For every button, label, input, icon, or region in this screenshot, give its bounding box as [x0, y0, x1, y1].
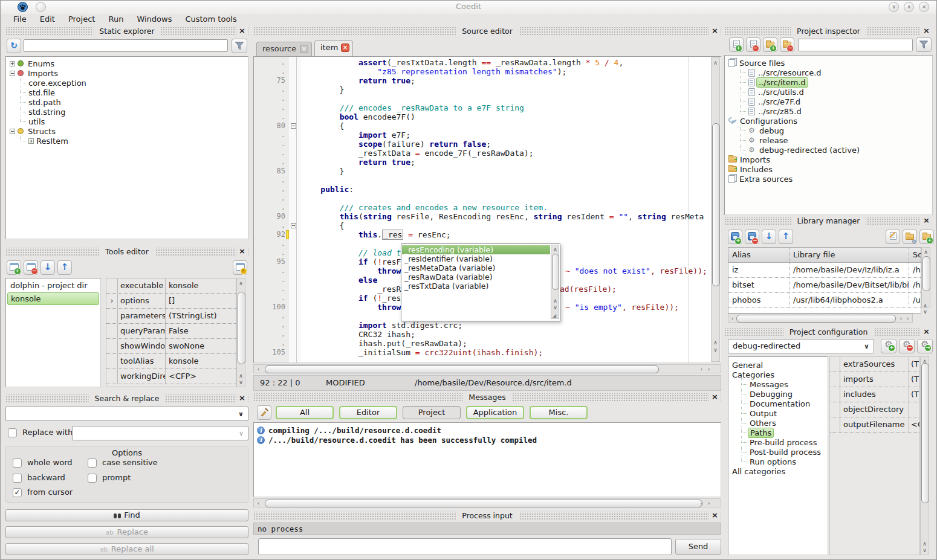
menu-edit[interactable]: Edit: [33, 14, 62, 26]
editor-vscrollbar[interactable]: ∧ ∧∨: [711, 57, 720, 362]
code-line[interactable]: . assert(_resTxtData.length == _resRawDa…: [254, 58, 710, 67]
static-tree-item[interactable]: +ResItem: [8, 136, 248, 146]
search-replace-header[interactable]: Search & replace ×: [5, 394, 248, 404]
column-header[interactable]: Sources: [909, 248, 921, 262]
code-line[interactable]: . return true;: [254, 158, 710, 167]
code-line[interactable]: 85 }: [254, 167, 710, 176]
config-property-row[interactable]: objectDirectory: [830, 402, 919, 417]
config-property-row[interactable]: extraSources(T: [830, 357, 919, 372]
messages-hscrollbar[interactable]: ‹ ‹›: [253, 498, 721, 507]
property-value[interactable]: (TStringList): [165, 309, 236, 323]
messages-filter-misc[interactable]: Misc.: [530, 406, 588, 419]
project-remove-folder-button[interactable]: −: [780, 37, 794, 52]
library-row[interactable]: phobos/usr/lib64/libphobos2.a/us: [728, 293, 921, 308]
library-from-project-button[interactable]: ⚙: [903, 230, 917, 244]
code-line[interactable]: 105 _initialSum = crc322uint(ihash.finis…: [254, 348, 710, 357]
completion-item[interactable]: _resIdentifier (variable): [402, 254, 550, 263]
project-tree-item[interactable]: ../src/resource.d: [727, 68, 932, 77]
property-value[interactable]: konsole: [165, 278, 236, 293]
tab-close-icon[interactable]: ×: [300, 45, 308, 53]
tree-expand-icon[interactable]: +: [28, 138, 34, 144]
library-hscrollbar[interactable]: ‹ ‹›: [728, 314, 913, 323]
static-tree-item[interactable]: −Imports: [8, 68, 248, 78]
option-checkbox-backward[interactable]: [13, 474, 22, 483]
tree-expand-icon[interactable]: +: [10, 61, 15, 66]
config-property-row[interactable]: outputFilename<C: [830, 417, 919, 433]
completion-item[interactable]: _resEncoding (variable): [402, 245, 550, 254]
property-value[interactable]: (T: [909, 387, 919, 402]
property-value[interactable]: (T: [909, 357, 919, 372]
source-editor-close-icon[interactable]: ×: [709, 26, 721, 35]
property-value[interactable]: (T: [909, 372, 919, 387]
messages-close-icon[interactable]: ×: [709, 392, 721, 401]
project-tree-item[interactable]: Includes: [727, 164, 932, 174]
completion-popup[interactable]: _resEncoding (variable)_resIdentifier (v…: [401, 243, 560, 321]
messages-filter-editor[interactable]: Editor: [339, 406, 397, 419]
process-input-field[interactable]: [258, 538, 672, 555]
config-tree-item[interactable]: All categories: [731, 466, 828, 476]
tab-close-icon[interactable]: ×: [341, 43, 349, 52]
project-configuration-close-icon[interactable]: ×: [921, 327, 932, 336]
config-add-button[interactable]: ⚙+: [881, 339, 896, 353]
code-line[interactable]: . CRC32 ihash;: [254, 330, 710, 339]
project-tree-item[interactable]: Imports: [727, 155, 932, 164]
project-tree-item[interactable]: ../src/utils.d: [727, 87, 932, 97]
messages-filter-application[interactable]: Application: [466, 406, 524, 419]
project-tree-item[interactable]: ⚙release: [727, 135, 932, 145]
replace-with-combo[interactable]: ∨: [72, 426, 248, 440]
library-move-down-button[interactable]: ↓: [762, 230, 776, 244]
project-tree-item[interactable]: Extra sources: [727, 174, 932, 184]
message-row[interactable]: i/.../build/resource.d.coedit has been s…: [257, 435, 721, 445]
menu-project[interactable]: Project: [62, 14, 102, 26]
menu-windows[interactable]: Windows: [130, 14, 178, 26]
tool-move-down-button[interactable]: ↓: [41, 260, 55, 275]
project-tree-item[interactable]: ../src/z85.d: [727, 106, 932, 116]
messages-filter-all[interactable]: All: [276, 406, 334, 419]
static-tree-item[interactable]: utils: [8, 117, 248, 126]
code-line[interactable]: . _resTxtData = encode_7F(_resRawData);: [254, 149, 710, 158]
code-line[interactable]: . "z85 representation length mismatches"…: [254, 67, 710, 76]
property-value[interactable]: konsole: [165, 354, 236, 369]
replace-button[interactable]: abReplace: [5, 526, 248, 538]
menu-file[interactable]: File: [7, 14, 33, 26]
code-line[interactable]: 90 this(string resFile, ResEncoding resE…: [254, 212, 710, 221]
tab-item[interactable]: item×: [314, 40, 353, 56]
code-line[interactable]: .: [254, 176, 710, 185]
property-value[interactable]: <CFP>: [165, 369, 236, 384]
project-inspector-filter-input[interactable]: [798, 39, 913, 51]
project-inspector-filter-button[interactable]: [916, 37, 932, 52]
library-manager-close-icon[interactable]: ×: [921, 216, 932, 225]
search-replace-close-icon[interactable]: ×: [236, 393, 248, 402]
project-tree-item[interactable]: ../src/item.d: [727, 77, 932, 87]
tool-property-row[interactable]: queryParametersFalse: [106, 324, 236, 339]
property-value[interactable]: [909, 402, 919, 417]
fold-collapse-icon[interactable]: [291, 123, 296, 129]
code-line[interactable]: . import e7F;: [254, 130, 710, 140]
configuration-select[interactable]: debug-redirected∨: [728, 339, 874, 353]
static-tree-item[interactable]: core.exception: [8, 78, 248, 88]
code-line[interactable]: 80 {: [254, 121, 710, 130]
config-tree-item[interactable]: Run options: [731, 457, 828, 466]
code-line[interactable]: . public:: [254, 185, 710, 194]
completion-item[interactable]: _resRawData (variable): [402, 272, 550, 282]
library-row[interactable]: iz/home/basile/Dev/Iz/lib/iz.a/ho: [728, 263, 921, 278]
find-button[interactable]: Find: [5, 509, 248, 521]
tool-list-item[interactable]: dolphin - project dir: [7, 280, 99, 292]
tools-editor-close-icon[interactable]: ×: [236, 246, 248, 256]
static-explorer-header[interactable]: Static explorer ×: [5, 27, 248, 36]
tool-move-up-button[interactable]: ↑: [57, 260, 72, 275]
project-remove-file-button[interactable]: −: [746, 37, 760, 52]
tool-property-row[interactable]: workingDirectory<CFP>: [106, 369, 236, 384]
project-tree-item[interactable]: ../src/e7F.d: [727, 97, 932, 106]
code-line[interactable]: . }: [254, 85, 710, 94]
config-clone-button[interactable]: ⚙→: [917, 339, 933, 353]
close-button[interactable]: ×: [919, 2, 929, 12]
code-line[interactable]: . {: [254, 221, 710, 230]
project-tree-item[interactable]: ⚙debug-redirected (active): [727, 145, 932, 155]
option-checkbox-whole-word[interactable]: [13, 459, 22, 468]
code-editor[interactable]: . assert(_resTxtData.length == _resRawDa…: [253, 56, 721, 363]
property-value[interactable]: False: [165, 324, 236, 338]
project-tree-item[interactable]: Configurations: [727, 116, 932, 126]
option-checkbox-case-sensitive[interactable]: [88, 459, 97, 468]
config-property-row[interactable]: imports(T: [830, 372, 919, 387]
